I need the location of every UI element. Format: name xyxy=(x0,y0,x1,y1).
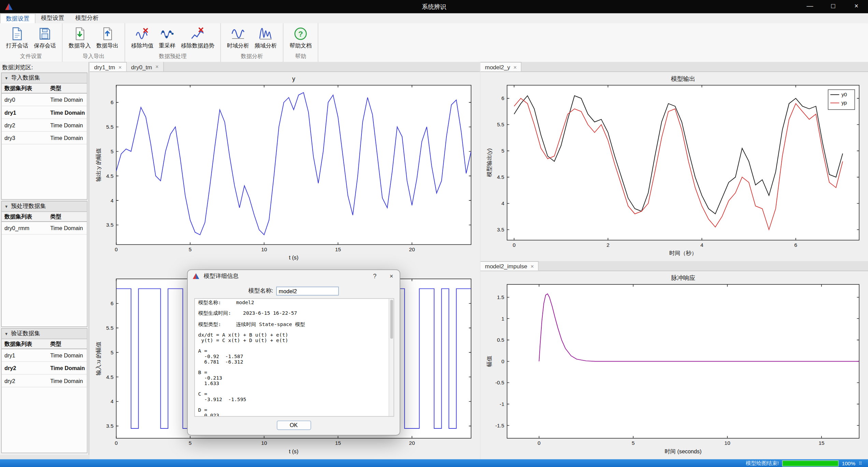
chart-output-y: 051015203.544.555.56yt (s)输出:y 的幅值 xyxy=(92,73,478,265)
svg-text:0: 0 xyxy=(538,440,541,446)
menu-tab-model-analysis[interactable]: 模型分析 xyxy=(70,13,104,23)
freq-analysis-icon xyxy=(258,27,273,41)
toolbar-group-file: 打开会话 保存会话 文件设置 xyxy=(0,23,62,62)
svg-text:时间（秒）: 时间（秒） xyxy=(669,250,697,256)
tab-close-icon[interactable]: × xyxy=(155,63,158,70)
toolbar-group-label: 帮助 xyxy=(287,52,314,62)
open-session-button[interactable]: 打开会话 xyxy=(3,24,31,52)
table-header: 数据集列表类型 xyxy=(2,339,87,349)
maximize-icon[interactable]: □ xyxy=(822,0,845,13)
svg-text:时间 (seconds): 时间 (seconds) xyxy=(665,448,701,454)
section-header-imported[interactable]: ▼ 导入数据集 xyxy=(2,73,87,84)
help-doc-button[interactable]: ? 帮助文档 xyxy=(287,24,314,52)
dataset-row-dry1[interactable]: dry1Time Domain xyxy=(2,106,87,119)
tab-close-icon[interactable]: × xyxy=(530,263,533,269)
scrollbar[interactable] xyxy=(389,299,394,416)
svg-text:4: 4 xyxy=(111,398,114,404)
model-name-input[interactable] xyxy=(276,287,339,296)
dataset-row-dry2[interactable]: dry2Time Domain xyxy=(2,119,87,131)
svg-text:y: y xyxy=(292,75,295,82)
ok-button[interactable]: OK xyxy=(276,421,311,430)
open-session-icon xyxy=(10,27,24,41)
model-output-tab-bar: model2_y × xyxy=(481,62,868,72)
svg-text:15: 15 xyxy=(819,440,824,446)
svg-text:6: 6 xyxy=(111,300,114,306)
dataset-row-dry0_rmm[interactable]: dry0_rmmTime Domain xyxy=(2,222,87,235)
dataset-row-dry3[interactable]: dry3Time Domain xyxy=(2,132,87,144)
svg-text:15: 15 xyxy=(335,246,341,252)
window-title: 系统辨识 xyxy=(0,0,868,13)
table-header: 数据集列表类型 xyxy=(2,84,87,94)
resample-button[interactable]: 重采样 xyxy=(156,24,178,52)
tab-dry1_tm[interactable]: dry1_tm × xyxy=(90,62,127,72)
svg-text:5: 5 xyxy=(111,350,114,355)
svg-text:5: 5 xyxy=(501,148,504,154)
remove-trend-icon xyxy=(190,27,205,41)
collapse-triangle-icon: ▼ xyxy=(4,332,8,336)
section-header-preprocessed[interactable]: ▼ 预处理数据集 xyxy=(2,201,87,212)
dataset-row-dry2-val2[interactable]: dry2Time Domain xyxy=(2,374,87,387)
status-message: 模型绘图结束! xyxy=(746,459,779,467)
section-header-validation[interactable]: ▼ 验证数据集 xyxy=(2,329,87,339)
model-info-dialog: 模型详细信息 ? × 模型名称: 模型名称: model2 模型生成时间: 20… xyxy=(187,269,400,435)
time-analysis-icon xyxy=(231,27,245,41)
tab-close-icon[interactable]: × xyxy=(118,64,122,70)
scrollbar-thumb[interactable] xyxy=(390,300,393,339)
svg-text:-0.5: -0.5 xyxy=(495,380,504,385)
tab-model2_y[interactable]: model2_y × xyxy=(481,62,522,72)
svg-text:3.5: 3.5 xyxy=(106,423,113,429)
dataset-row-dry0[interactable]: dry0Time Domain xyxy=(2,94,87,106)
model-info-textarea[interactable]: 模型名称: model2 模型生成时间: 2023-6-15 16-22-57 … xyxy=(194,298,394,417)
tab-close-icon[interactable]: × xyxy=(513,64,516,70)
progress-bar xyxy=(782,460,838,466)
svg-text:5.5: 5.5 xyxy=(497,122,504,127)
data-export-button[interactable]: 数据导出 xyxy=(94,24,121,52)
dialog-help-icon[interactable]: ? xyxy=(367,270,383,282)
dialog-close-icon[interactable]: × xyxy=(383,270,400,282)
menu-tab-data-settings[interactable]: 数据设置 xyxy=(0,13,35,23)
remove-trend-button[interactable]: 移除数据趋势 xyxy=(178,24,217,52)
collapse-triangle-icon: ▼ xyxy=(4,204,8,208)
resize-grip-icon[interactable]: ⠿ xyxy=(859,461,862,466)
svg-text:0: 0 xyxy=(501,358,504,364)
svg-text:20: 20 xyxy=(409,440,415,446)
data-import-button[interactable]: 数据导入 xyxy=(66,24,94,52)
svg-text:20: 20 xyxy=(409,246,415,252)
tab-model2_impulse[interactable]: model2_impulse × xyxy=(481,261,539,271)
data-import-icon xyxy=(72,27,87,41)
freq-analysis-button[interactable]: 频域分析 xyxy=(252,24,280,52)
chart-model-output: 02463.544.555.56模型输出时间（秒）模型输出(y)y0yp xyxy=(483,73,866,260)
svg-text:6: 6 xyxy=(794,242,797,248)
toolbar-group-preprocess: 移除均值 重采样 移除数据趋势 数据预处理 xyxy=(125,23,221,62)
window-controls: — □ × xyxy=(798,0,868,13)
help-doc-icon: ? xyxy=(294,27,308,41)
dataset-row-dry1-val[interactable]: dry1Time Domain xyxy=(2,349,87,362)
title-bar: 系统辨识 — □ × xyxy=(0,0,868,13)
menu-bar: 数据设置 模型设置 模型分析 xyxy=(0,13,868,24)
dialog-title-bar[interactable]: 模型详细信息 ? × xyxy=(188,270,400,282)
section-validation-datasets: ▼ 验证数据集 数据集列表类型 dry1Time Domain dry2Time… xyxy=(1,328,87,453)
save-session-button[interactable]: 保存会话 xyxy=(31,24,59,52)
data-export-icon xyxy=(100,27,115,41)
svg-text:t (s): t (s) xyxy=(289,448,298,454)
dataset-row-dry2-val[interactable]: dry2Time Domain xyxy=(2,362,87,374)
svg-text:10: 10 xyxy=(261,440,267,446)
tab-dry0_tm[interactable]: dry0_tm × xyxy=(127,62,163,72)
minimize-icon[interactable]: — xyxy=(798,0,822,13)
svg-text:模型输出(y): 模型输出(y) xyxy=(486,148,492,177)
svg-text:-1.5: -1.5 xyxy=(495,423,504,428)
close-icon[interactable]: × xyxy=(845,0,868,13)
impulse-tab-bar: model2_impulse × xyxy=(481,261,868,271)
model-info-text: 模型名称: model2 模型生成时间: 2023-6-15 16-22-57 … xyxy=(198,300,394,416)
time-analysis-button[interactable]: 时域分析 xyxy=(224,24,252,52)
remove-mean-button[interactable]: 移除均值 xyxy=(128,24,156,52)
svg-text:4: 4 xyxy=(501,200,504,206)
center-tab-bar: dry1_tm × dry0_tm × xyxy=(90,62,480,72)
svg-text:0: 0 xyxy=(115,246,118,252)
svg-text:2: 2 xyxy=(607,242,610,248)
svg-text:-1: -1 xyxy=(500,401,504,407)
menu-tab-model-settings[interactable]: 模型设置 xyxy=(35,13,70,23)
svg-text:幅值: 幅值 xyxy=(486,355,492,367)
model-name-row: 模型名称: xyxy=(188,286,400,296)
svg-text:t (s): t (s) xyxy=(289,254,298,260)
